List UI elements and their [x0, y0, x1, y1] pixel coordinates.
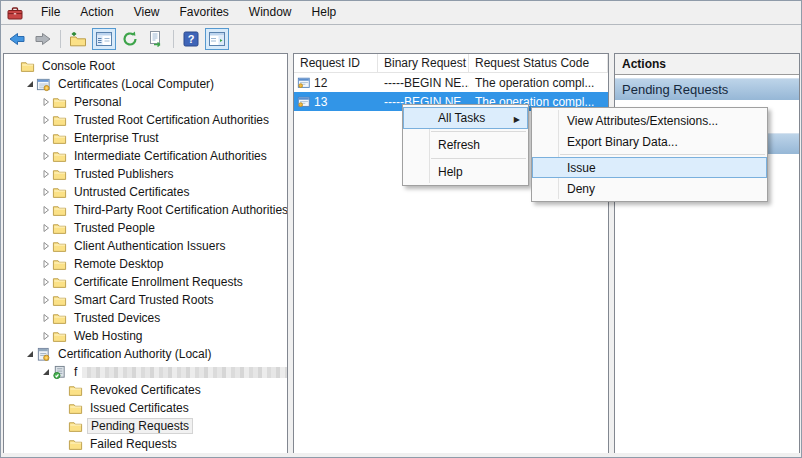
expander-placeholder — [56, 385, 67, 395]
tree-item-label: Web Hosting — [71, 329, 145, 343]
tree-item-pending-requests[interactable]: Pending Requests — [4, 417, 287, 435]
column-header-binary-request[interactable]: Binary Request — [378, 54, 469, 72]
mmc-window: FileActionViewFavoritesWindowHelp ? Cons… — [0, 0, 802, 458]
export-list-button[interactable] — [144, 28, 168, 50]
tree-item-label: Enterprise Trust — [71, 131, 162, 145]
context-menu: All Tasks▶RefreshHelp — [402, 104, 529, 186]
expand-arrow-icon[interactable] — [40, 223, 51, 233]
tree-item-issued-certificates[interactable]: Issued Certificates — [4, 399, 287, 417]
expand-arrow-icon[interactable] — [40, 151, 51, 161]
up-one-level-button[interactable] — [66, 28, 90, 50]
tree-item-trusted-devices[interactable]: Trusted Devices — [4, 309, 287, 327]
collapse-arrow-icon[interactable] — [40, 367, 51, 377]
tree-item-enterprise-trust[interactable]: Enterprise Trust — [4, 129, 287, 147]
menu-item-view-attributes-extensions[interactable]: View Attributes/Extensions... — [532, 110, 767, 131]
tree-item-web-hosting[interactable]: Web Hosting — [4, 327, 287, 345]
menu-favorites[interactable]: Favorites — [170, 1, 239, 24]
help-button[interactable]: ? — [179, 28, 203, 50]
expand-arrow-icon[interactable] — [40, 133, 51, 143]
collapse-arrow-icon[interactable] — [24, 349, 35, 359]
tree-item-trusted-people[interactable]: Trusted People — [4, 219, 287, 237]
expander-placeholder — [56, 439, 67, 449]
tree-item-trusted-root-certification-authorities[interactable]: Trusted Root Certification Authorities — [4, 111, 287, 129]
folder-icon — [52, 293, 67, 308]
folder-icon — [52, 239, 67, 254]
tree-item-label: Failed Requests — [87, 437, 180, 451]
show-action-pane-toggle[interactable] — [205, 28, 229, 50]
certificate-request-icon — [297, 76, 311, 90]
tree-item-label: Certificates (Local Computer) — [55, 77, 217, 91]
menu-item-export-binary-data[interactable]: Export Binary Data... — [532, 131, 767, 152]
expand-arrow-icon[interactable] — [40, 205, 51, 215]
forward-arrow-icon — [33, 29, 53, 49]
expand-arrow-icon[interactable] — [40, 241, 51, 251]
toolbar: ? — [1, 26, 801, 52]
expand-arrow-icon[interactable] — [40, 295, 51, 305]
menu-view[interactable]: View — [124, 1, 170, 24]
folder-icon — [52, 203, 67, 218]
submenu-arrow-icon: ▶ — [514, 115, 520, 124]
toolbar-separator — [173, 30, 174, 48]
menu-item-refresh[interactable]: Refresh — [403, 134, 528, 156]
tree-item-console-root[interactable]: Console Root — [4, 57, 287, 75]
tree-item-untrusted-certificates[interactable]: Untrusted Certificates — [4, 183, 287, 201]
console-tree: Console RootCertificates (Local Computer… — [4, 54, 287, 453]
request-id-cell: 12 — [294, 76, 378, 90]
tree-item-smart-card-trusted-roots[interactable]: Smart Card Trusted Roots — [4, 291, 287, 309]
folder-icon — [68, 401, 83, 416]
expand-arrow-icon[interactable] — [40, 187, 51, 197]
mmc-toolbox-icon — [7, 5, 23, 21]
tree-item-label: Smart Card Trusted Roots — [71, 293, 216, 307]
expand-arrow-icon[interactable] — [40, 115, 51, 125]
tree-item-certificates-local-computer[interactable]: Certificates (Local Computer) — [4, 75, 287, 93]
folder-icon — [52, 167, 67, 182]
menu-file[interactable]: File — [31, 1, 70, 24]
request-row-12[interactable]: 12-----BEGIN NE...The operation compl... — [294, 73, 608, 92]
tree-item-label: Remote Desktop — [71, 257, 166, 271]
tree-item-label: Untrusted Certificates — [71, 185, 192, 199]
expand-arrow-icon[interactable] — [40, 169, 51, 179]
menu-item-issue[interactable]: Issue — [532, 157, 767, 178]
collapse-arrow-icon[interactable] — [24, 79, 35, 89]
forward-button[interactable] — [31, 28, 55, 50]
tree-item-personal[interactable]: Personal — [4, 93, 287, 111]
show-console-tree-toggle[interactable] — [92, 28, 116, 50]
tree-item-third-party-root-certification-authorities[interactable]: Third-Party Root Certification Authoriti… — [4, 201, 287, 219]
expand-arrow-icon[interactable] — [40, 97, 51, 107]
tree-item-remote-desktop[interactable]: Remote Desktop — [4, 255, 287, 273]
back-button[interactable] — [5, 28, 29, 50]
menu-action[interactable]: Action — [70, 1, 123, 24]
binary-request-cell: -----BEGIN NE... — [378, 76, 469, 90]
console-tree-icon — [94, 29, 114, 49]
menu-window[interactable]: Window — [239, 1, 302, 24]
window-bottom-edge — [1, 453, 801, 457]
action-section-label: Pending Requests — [622, 82, 728, 97]
action-section-pending-requests[interactable]: Pending Requests — [615, 78, 799, 100]
expand-arrow-icon[interactable] — [40, 313, 51, 323]
tree-item-f[interactable]: f — [4, 363, 287, 381]
menu-item-help[interactable]: Help — [403, 161, 528, 183]
column-header-request-id[interactable]: Request ID — [294, 54, 378, 72]
tree-item-label: Pending Requests — [87, 418, 193, 434]
tree-item-intermediate-certification-authorities[interactable]: Intermediate Certification Authorities — [4, 147, 287, 165]
expand-arrow-icon[interactable] — [40, 331, 51, 341]
expand-arrow-icon[interactable] — [40, 259, 51, 269]
tree-item-certificate-enrollment-requests[interactable]: Certificate Enrollment Requests — [4, 273, 287, 291]
request-id-cell: 13 — [294, 95, 378, 109]
tree-item-certification-authority-local[interactable]: Certification Authority (Local) — [4, 345, 287, 363]
expand-arrow-icon[interactable] — [40, 277, 51, 287]
column-header-request-status-code[interactable]: Request Status Code — [469, 54, 608, 72]
server-check-icon — [52, 365, 67, 380]
tree-item-trusted-publishers[interactable]: Trusted Publishers — [4, 165, 287, 183]
tree-item-failed-requests[interactable]: Failed Requests — [4, 435, 287, 453]
menu-help[interactable]: Help — [302, 1, 347, 24]
tree-item-label: Third-Party Root Certification Authoriti… — [71, 203, 288, 217]
refresh-button[interactable] — [118, 28, 142, 50]
redacted-ca-name — [82, 367, 287, 378]
folder-icon — [68, 383, 83, 398]
tree-item-revoked-certificates[interactable]: Revoked Certificates — [4, 381, 287, 399]
menu-item-deny[interactable]: Deny — [532, 178, 767, 199]
tree-item-client-authentication-issuers[interactable]: Client Authentication Issuers — [4, 237, 287, 255]
menu-item-all-tasks[interactable]: All Tasks▶ — [403, 107, 528, 129]
folder-icon — [52, 221, 67, 236]
